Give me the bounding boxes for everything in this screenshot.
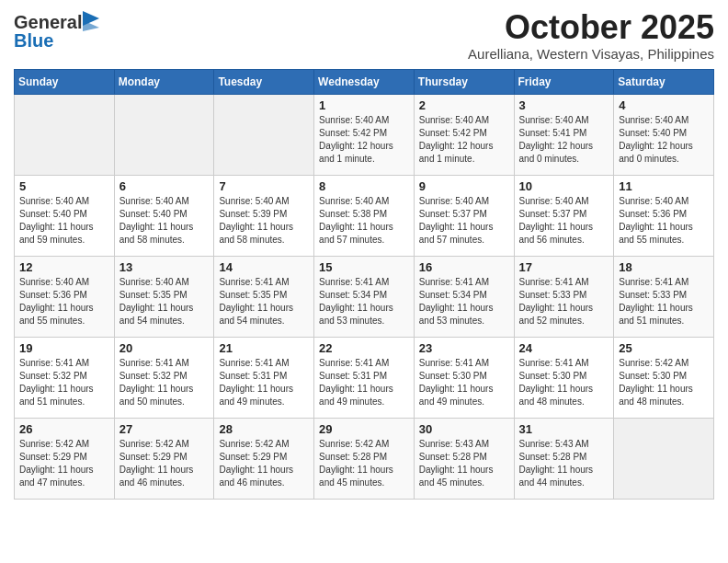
calendar-cell: 6Sunrise: 5:40 AMSunset: 5:40 PMDaylight… (114, 175, 214, 256)
day-info: Sunrise: 5:41 AMSunset: 5:32 PMDaylight:… (19, 357, 109, 408)
day-info: Sunrise: 5:41 AMSunset: 5:30 PMDaylight:… (519, 357, 609, 408)
day-info: Sunrise: 5:40 AMSunset: 5:42 PMDaylight:… (319, 114, 409, 166)
day-info: Sunrise: 5:41 AMSunset: 5:30 PMDaylight:… (419, 357, 509, 408)
calendar-cell (15, 94, 115, 175)
day-info: Sunrise: 5:42 AMSunset: 5:30 PMDaylight:… (619, 357, 709, 408)
day-info: Sunrise: 5:42 AMSunset: 5:29 PMDaylight:… (119, 438, 210, 489)
calendar-cell: 20Sunrise: 5:41 AMSunset: 5:32 PMDayligh… (114, 337, 214, 418)
day-number: 22 (319, 341, 409, 355)
location-subtitle: Aurelliana, Western Visayas, Philippines (468, 46, 714, 62)
day-number: 27 (119, 422, 210, 436)
calendar-cell: 10Sunrise: 5:40 AMSunset: 5:37 PMDayligh… (514, 175, 614, 256)
calendar-cell: 14Sunrise: 5:41 AMSunset: 5:35 PMDayligh… (214, 256, 314, 337)
weekday-header-sunday: Sunday (15, 69, 115, 94)
weekday-header-saturday: Saturday (614, 69, 714, 94)
day-number: 3 (519, 98, 609, 112)
logo-blue: Blue (14, 31, 53, 50)
calendar-table: SundayMondayTuesdayWednesdayThursdayFrid… (14, 69, 714, 500)
day-info: Sunrise: 5:40 AMSunset: 5:39 PMDaylight:… (219, 195, 309, 247)
calendar-cell: 28Sunrise: 5:42 AMSunset: 5:29 PMDayligh… (214, 418, 314, 499)
day-info: Sunrise: 5:42 AMSunset: 5:29 PMDaylight:… (219, 438, 309, 489)
calendar-cell: 1Sunrise: 5:40 AMSunset: 5:42 PMDaylight… (314, 94, 415, 175)
calendar-cell: 21Sunrise: 5:41 AMSunset: 5:31 PMDayligh… (214, 337, 314, 418)
calendar-cell: 9Sunrise: 5:40 AMSunset: 5:37 PMDaylight… (414, 175, 514, 256)
week-row-4: 19Sunrise: 5:41 AMSunset: 5:32 PMDayligh… (15, 337, 714, 418)
day-info: Sunrise: 5:41 AMSunset: 5:34 PMDaylight:… (419, 276, 509, 327)
day-info: Sunrise: 5:43 AMSunset: 5:28 PMDaylight:… (519, 438, 609, 489)
calendar-cell: 19Sunrise: 5:41 AMSunset: 5:32 PMDayligh… (15, 337, 115, 418)
day-number: 12 (19, 260, 109, 274)
day-number: 26 (19, 422, 109, 436)
day-number: 1 (319, 98, 409, 112)
day-info: Sunrise: 5:40 AMSunset: 5:37 PMDaylight:… (419, 195, 509, 247)
calendar-cell (614, 418, 714, 499)
day-number: 20 (119, 341, 210, 355)
day-info: Sunrise: 5:40 AMSunset: 5:36 PMDaylight:… (619, 195, 709, 247)
day-number: 5 (19, 179, 109, 193)
calendar-cell: 7Sunrise: 5:40 AMSunset: 5:39 PMDaylight… (214, 175, 314, 256)
title-area: October 2025 Aurelliana, Western Visayas… (468, 9, 714, 62)
page-header: General Blue October 2025 Aurelliana, We… (14, 9, 714, 62)
calendar-cell: 5Sunrise: 5:40 AMSunset: 5:40 PMDaylight… (15, 175, 115, 256)
day-number: 13 (119, 260, 210, 274)
day-info: Sunrise: 5:40 AMSunset: 5:40 PMDaylight:… (619, 114, 709, 166)
calendar-cell (114, 94, 214, 175)
calendar-cell: 4Sunrise: 5:40 AMSunset: 5:40 PMDaylight… (614, 94, 714, 175)
day-number: 6 (119, 179, 210, 193)
day-info: Sunrise: 5:40 AMSunset: 5:38 PMDaylight:… (319, 195, 409, 247)
calendar-cell: 31Sunrise: 5:43 AMSunset: 5:28 PMDayligh… (514, 418, 614, 499)
month-title: October 2025 (468, 9, 714, 46)
calendar-cell: 17Sunrise: 5:41 AMSunset: 5:33 PMDayligh… (514, 256, 614, 337)
calendar-cell: 27Sunrise: 5:42 AMSunset: 5:29 PMDayligh… (114, 418, 214, 499)
logo-icon (83, 11, 99, 31)
calendar-cell: 24Sunrise: 5:41 AMSunset: 5:30 PMDayligh… (514, 337, 614, 418)
weekday-header-friday: Friday (514, 69, 614, 94)
day-info: Sunrise: 5:40 AMSunset: 5:35 PMDaylight:… (119, 276, 210, 327)
day-info: Sunrise: 5:40 AMSunset: 5:37 PMDaylight:… (519, 195, 609, 247)
calendar-cell: 15Sunrise: 5:41 AMSunset: 5:34 PMDayligh… (314, 256, 415, 337)
week-row-2: 5Sunrise: 5:40 AMSunset: 5:40 PMDaylight… (15, 175, 714, 256)
day-number: 25 (619, 341, 709, 355)
calendar-cell: 8Sunrise: 5:40 AMSunset: 5:38 PMDaylight… (314, 175, 415, 256)
calendar-cell: 13Sunrise: 5:40 AMSunset: 5:35 PMDayligh… (114, 256, 214, 337)
day-number: 9 (419, 179, 509, 193)
calendar-cell: 3Sunrise: 5:40 AMSunset: 5:41 PMDaylight… (514, 94, 614, 175)
calendar-cell: 26Sunrise: 5:42 AMSunset: 5:29 PMDayligh… (15, 418, 115, 499)
logo: General Blue (14, 13, 99, 50)
day-info: Sunrise: 5:40 AMSunset: 5:40 PMDaylight:… (19, 195, 109, 247)
calendar-cell: 11Sunrise: 5:40 AMSunset: 5:36 PMDayligh… (614, 175, 714, 256)
calendar-cell: 16Sunrise: 5:41 AMSunset: 5:34 PMDayligh… (414, 256, 514, 337)
calendar-cell: 23Sunrise: 5:41 AMSunset: 5:30 PMDayligh… (414, 337, 514, 418)
calendar-cell: 25Sunrise: 5:42 AMSunset: 5:30 PMDayligh… (614, 337, 714, 418)
day-info: Sunrise: 5:40 AMSunset: 5:36 PMDaylight:… (19, 276, 109, 327)
day-number: 14 (219, 260, 309, 274)
calendar-cell: 30Sunrise: 5:43 AMSunset: 5:28 PMDayligh… (414, 418, 514, 499)
day-number: 31 (519, 422, 609, 436)
day-number: 15 (319, 260, 409, 274)
day-number: 30 (419, 422, 509, 436)
week-row-3: 12Sunrise: 5:40 AMSunset: 5:36 PMDayligh… (15, 256, 714, 337)
day-number: 21 (219, 341, 309, 355)
day-info: Sunrise: 5:41 AMSunset: 5:31 PMDaylight:… (219, 357, 309, 408)
weekday-header-monday: Monday (114, 69, 214, 94)
day-info: Sunrise: 5:41 AMSunset: 5:35 PMDaylight:… (219, 276, 309, 327)
day-number: 24 (519, 341, 609, 355)
day-number: 8 (319, 179, 409, 193)
day-number: 16 (419, 260, 509, 274)
day-info: Sunrise: 5:42 AMSunset: 5:28 PMDaylight:… (319, 438, 409, 489)
week-row-1: 1Sunrise: 5:40 AMSunset: 5:42 PMDaylight… (15, 94, 714, 175)
day-info: Sunrise: 5:41 AMSunset: 5:33 PMDaylight:… (519, 276, 609, 327)
day-info: Sunrise: 5:42 AMSunset: 5:29 PMDaylight:… (19, 438, 109, 489)
day-info: Sunrise: 5:40 AMSunset: 5:42 PMDaylight:… (419, 114, 509, 166)
calendar-cell (214, 94, 314, 175)
day-number: 29 (319, 422, 409, 436)
day-number: 11 (619, 179, 709, 193)
calendar-cell: 29Sunrise: 5:42 AMSunset: 5:28 PMDayligh… (314, 418, 415, 499)
calendar-cell: 22Sunrise: 5:41 AMSunset: 5:31 PMDayligh… (314, 337, 415, 418)
calendar-cell: 2Sunrise: 5:40 AMSunset: 5:42 PMDaylight… (414, 94, 514, 175)
weekday-header-tuesday: Tuesday (214, 69, 314, 94)
day-info: Sunrise: 5:41 AMSunset: 5:33 PMDaylight:… (619, 276, 709, 327)
day-info: Sunrise: 5:43 AMSunset: 5:28 PMDaylight:… (419, 438, 509, 489)
day-info: Sunrise: 5:41 AMSunset: 5:34 PMDaylight:… (319, 276, 409, 327)
day-number: 18 (619, 260, 709, 274)
